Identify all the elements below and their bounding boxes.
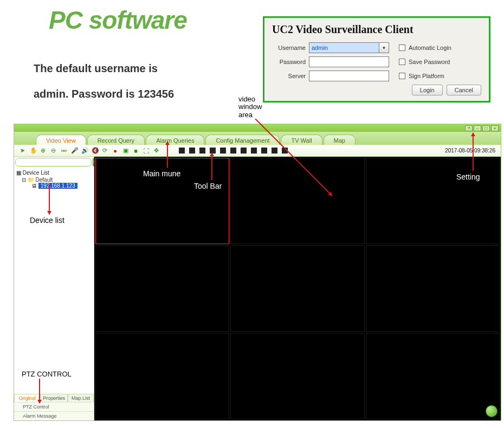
maximize-button[interactable]: □ [482, 125, 490, 131]
video-cell-3[interactable] [366, 158, 500, 244]
save-password-checkbox[interactable] [399, 59, 405, 65]
sign-platform-checkbox[interactable] [399, 73, 405, 79]
tree-root-device-list: ▦ Device List [16, 170, 92, 176]
tab-config-management[interactable]: Config Management [205, 135, 280, 145]
text-tool-icon[interactable]: ww [61, 148, 67, 153]
arrow-setting [473, 133, 474, 171]
device-ip[interactable]: 192.168.1.123 [38, 183, 77, 189]
layout-6-icon[interactable] [199, 148, 205, 154]
folder-icon: 📁 [28, 177, 34, 183]
annotation-main-menu: Main mune [143, 169, 180, 178]
snapshot-icon[interactable]: ▣ [122, 147, 128, 154]
layout-4-icon[interactable] [189, 148, 195, 154]
refresh-icon[interactable]: ⟳ [102, 147, 108, 154]
annotation-video-window-area: video window area [238, 95, 262, 119]
main-tabs: Video View Record Query Alarm Queries Co… [14, 132, 501, 145]
video-cell-7[interactable] [95, 333, 229, 419]
titlebar: ? – □ × [14, 124, 501, 132]
tree-node-device: 🖥 192.168.1.123 [16, 183, 92, 189]
annotation-ptz-control: PTZ CONTROL [22, 370, 72, 378]
sidebar-tab-map-list[interactable]: Map List [68, 394, 94, 402]
tab-video-view[interactable]: Video View [36, 135, 86, 145]
zoom-in-icon[interactable]: ⊕ [40, 147, 46, 154]
sidebar-tab-properties[interactable]: Properties [40, 394, 68, 402]
video-cell-6[interactable] [366, 245, 500, 331]
alarm-message-panel[interactable]: Alarm Message [14, 411, 94, 420]
help-button[interactable]: ? [465, 125, 473, 131]
zoom-out-icon[interactable]: ⊖ [50, 147, 56, 154]
record-icon[interactable]: ● [112, 148, 118, 154]
close-button[interactable]: × [491, 125, 499, 131]
toolbar: ➤ ✋ ⊕ ⊖ ww 🎤 🔊 🔇 ⟳ ● ▣ ■ ⛶ ✥ 2017-08-05 … [14, 145, 501, 157]
corner-badge-icon [486, 405, 497, 417]
device-list-label: Device List [23, 170, 49, 176]
annotation-device-list: Device list [30, 216, 64, 225]
login-title: UC2 Video Surveillance Client [264, 18, 489, 40]
username-label: Username [272, 44, 306, 51]
tab-tv-wall[interactable]: TV Wall [281, 135, 322, 145]
layout-36-icon[interactable] [261, 148, 267, 154]
cancel-button[interactable]: Cancel [447, 85, 481, 95]
password-label: Password [272, 59, 306, 65]
tree-node-default: ⊟ 📁 Default [16, 177, 92, 183]
fullscreen-icon[interactable]: ⛶ [143, 148, 149, 154]
video-cell-5[interactable] [230, 245, 364, 331]
server-label: Server [272, 73, 306, 79]
arrow-device-list [49, 184, 50, 214]
auto-login-checkbox[interactable] [399, 44, 405, 51]
video-cell-2[interactable] [230, 158, 364, 244]
app-window: ? – □ × Video View Record Query Alarm Qu… [14, 124, 501, 421]
tab-record-query[interactable]: Record Query [87, 135, 145, 145]
sidebar: 🔍 ▦ Device List ⊟ 📁 Default 🖥 192.168.1.… [14, 157, 94, 420]
minimize-button[interactable]: – [474, 125, 481, 131]
login-button[interactable]: Login [412, 85, 443, 95]
sidebar-footer: PTZ Control Alarm Message [14, 402, 94, 420]
arrow-main-menu [167, 142, 168, 168]
expand-icon[interactable]: ⊟ [22, 177, 26, 183]
video-cell-9[interactable] [366, 333, 500, 419]
save-password-label: Save Password [409, 59, 450, 65]
layout-49-icon[interactable] [272, 148, 277, 154]
tab-alarm-queries[interactable]: Alarm Queries [146, 135, 204, 145]
sign-platform-label: Sign Platform [409, 73, 444, 79]
device-icon: 🖥 [31, 183, 37, 189]
search-input[interactable] [15, 158, 92, 167]
mute-icon[interactable]: 🔇 [92, 147, 98, 154]
video-grid [94, 157, 501, 420]
login-dialog: UC2 Video Surveillance Client Username ▼… [263, 16, 490, 103]
arrow-ptz-control [39, 379, 40, 403]
layout-1-icon[interactable] [179, 148, 185, 154]
pointer-icon[interactable]: ➤ [20, 147, 25, 154]
password-input[interactable] [309, 56, 389, 67]
username-dropdown-button[interactable]: ▼ [379, 42, 389, 53]
mic-icon[interactable]: 🎤 [71, 147, 77, 154]
hand-icon[interactable]: ✋ [30, 147, 36, 154]
tab-map[interactable]: Map [324, 135, 356, 145]
layout-16-icon[interactable] [241, 148, 247, 154]
ptz-control-panel[interactable]: PTZ Control [14, 402, 94, 411]
layout-25-icon[interactable] [251, 148, 257, 154]
device-list-icon: ▦ [16, 170, 21, 176]
layout-9-icon[interactable] [220, 148, 226, 154]
username-input[interactable] [309, 42, 379, 53]
subtext-line2: admin. Password is 123456 [34, 88, 174, 100]
page-heading: PC software [49, 5, 187, 35]
sidebar-bottom-tabs: Original Properties Map List [14, 394, 94, 402]
video-cell-4[interactable] [95, 245, 229, 331]
timestamp: 2017-08-05 09:38:26 [445, 148, 495, 154]
subtext-line1: The default username is [34, 62, 158, 75]
server-input[interactable] [309, 71, 389, 81]
volume-up-icon[interactable]: 🔊 [81, 147, 87, 154]
sidebar-tab-original[interactable]: Original [14, 394, 40, 402]
video-cell-8[interactable] [230, 333, 364, 419]
annotation-setting: Setting [456, 173, 480, 181]
auto-login-label: Automatic Login [409, 44, 451, 51]
arrow-tool-bar [211, 153, 212, 180]
expand-icon[interactable]: ✥ [153, 147, 159, 154]
default-label: Default [36, 177, 53, 183]
layout-13-icon[interactable] [230, 148, 236, 154]
annotation-tool-bar: Tool Bar [194, 182, 222, 190]
stop-all-icon[interactable]: ■ [133, 148, 139, 154]
device-tree[interactable]: ▦ Device List ⊟ 📁 Default 🖥 192.168.1.12… [14, 168, 94, 394]
